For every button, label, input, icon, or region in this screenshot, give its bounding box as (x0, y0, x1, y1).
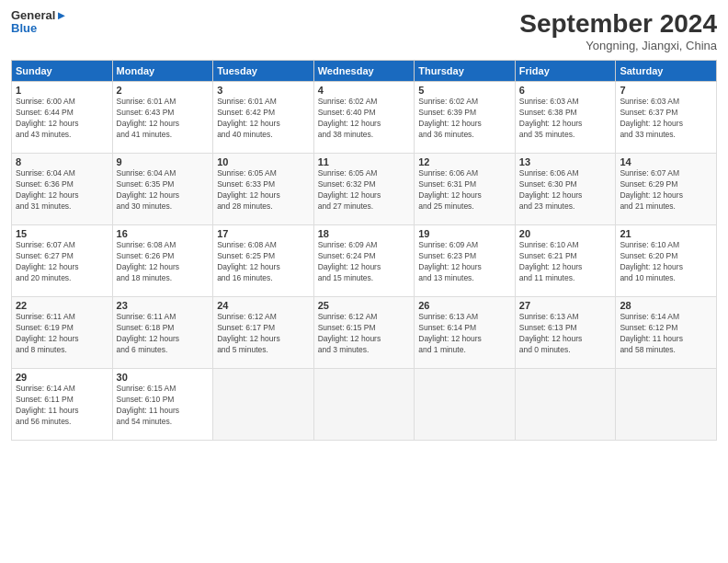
day-number: 20 (519, 228, 612, 239)
week-row-4: 22 Sunrise: 6:11 AMSunset: 6:19 PMDaylig… (12, 297, 717, 369)
day-info: Sunrise: 6:07 AMSunset: 6:27 PMDaylight:… (16, 240, 108, 284)
day-number: 22 (16, 300, 108, 311)
day-info: Sunrise: 6:01 AMSunset: 6:43 PMDaylight:… (117, 97, 210, 141)
day-number: 23 (117, 300, 210, 311)
day-cell-30: 30 Sunrise: 6:15 AMSunset: 6:10 PMDaylig… (112, 369, 213, 441)
day-cell-27: 27 Sunrise: 6:13 AMSunset: 6:13 PMDaylig… (515, 297, 616, 369)
column-header-friday: Friday (515, 61, 616, 82)
day-cell-23: 23 Sunrise: 6:11 AMSunset: 6:18 PMDaylig… (112, 297, 213, 369)
location: Yongning, Jiangxi, China (519, 39, 717, 52)
day-info: Sunrise: 6:09 AMSunset: 6:24 PMDaylight:… (318, 240, 411, 284)
day-info: Sunrise: 6:04 AMSunset: 6:36 PMDaylight:… (16, 168, 108, 213)
day-cell-18: 18 Sunrise: 6:09 AMSunset: 6:24 PMDaylig… (313, 225, 415, 297)
day-cell-29: 29 Sunrise: 6:14 AMSunset: 6:11 PMDaylig… (12, 369, 113, 441)
day-cell-22: 22 Sunrise: 6:11 AMSunset: 6:19 PMDaylig… (12, 297, 113, 369)
day-info: Sunrise: 6:01 AMSunset: 6:42 PMDaylight:… (217, 97, 310, 141)
column-header-tuesday: Tuesday (213, 61, 314, 82)
day-number: 9 (117, 156, 210, 167)
day-info: Sunrise: 6:03 AMSunset: 6:38 PMDaylight:… (519, 97, 612, 141)
day-number: 26 (418, 300, 511, 311)
day-cell-28: 28 Sunrise: 6:14 AMSunset: 6:12 PMDaylig… (616, 297, 717, 369)
day-info: Sunrise: 6:03 AMSunset: 6:37 PMDaylight:… (620, 97, 712, 141)
day-cell-14: 14 Sunrise: 6:07 AMSunset: 6:29 PMDaylig… (616, 154, 717, 225)
day-info: Sunrise: 6:10 AMSunset: 6:21 PMDaylight:… (519, 240, 612, 284)
day-number: 7 (620, 85, 712, 96)
day-info: Sunrise: 6:13 AMSunset: 6:13 PMDaylight:… (519, 312, 612, 356)
day-info: Sunrise: 6:00 AMSunset: 6:44 PMDaylight:… (16, 97, 108, 141)
day-cell-2: 2 Sunrise: 6:01 AMSunset: 6:43 PMDayligh… (112, 82, 213, 154)
day-cell-26: 26 Sunrise: 6:13 AMSunset: 6:14 PMDaylig… (415, 297, 516, 369)
day-cell-3: 3 Sunrise: 6:01 AMSunset: 6:42 PMDayligh… (213, 82, 314, 154)
day-number: 29 (16, 372, 108, 383)
day-info: Sunrise: 6:04 AMSunset: 6:35 PMDaylight:… (117, 168, 210, 213)
day-number: 2 (117, 85, 210, 96)
title-block: September 2024 Yongning, Jiangxi, China (519, 9, 717, 52)
day-info: Sunrise: 6:06 AMSunset: 6:30 PMDaylight:… (519, 168, 612, 213)
day-number: 21 (620, 228, 712, 239)
day-info: Sunrise: 6:02 AMSunset: 6:40 PMDaylight:… (318, 97, 411, 141)
header-row: SundayMondayTuesdayWednesdayThursdayFrid… (12, 61, 717, 82)
day-info: Sunrise: 6:02 AMSunset: 6:39 PMDaylight:… (418, 97, 511, 141)
empty-cell (616, 369, 717, 441)
week-row-2: 8 Sunrise: 6:04 AMSunset: 6:36 PMDayligh… (12, 154, 717, 225)
day-info: Sunrise: 6:11 AMSunset: 6:19 PMDaylight:… (16, 312, 108, 356)
day-cell-19: 19 Sunrise: 6:09 AMSunset: 6:23 PMDaylig… (415, 225, 516, 297)
day-info: Sunrise: 6:08 AMSunset: 6:26 PMDaylight:… (117, 240, 210, 284)
day-number: 16 (117, 228, 210, 239)
calendar-table: SundayMondayTuesdayWednesdayThursdayFrid… (11, 60, 717, 441)
day-number: 6 (519, 85, 612, 96)
day-number: 13 (519, 156, 612, 167)
day-number: 17 (217, 228, 310, 239)
column-header-monday: Monday (112, 61, 213, 82)
column-header-wednesday: Wednesday (313, 61, 415, 82)
week-row-5: 29 Sunrise: 6:14 AMSunset: 6:11 PMDaylig… (12, 369, 717, 441)
day-number: 27 (519, 300, 612, 311)
day-number: 30 (117, 372, 210, 383)
day-cell-25: 25 Sunrise: 6:12 AMSunset: 6:15 PMDaylig… (313, 297, 415, 369)
day-cell-1: 1 Sunrise: 6:00 AMSunset: 6:44 PMDayligh… (12, 82, 113, 154)
day-cell-17: 17 Sunrise: 6:08 AMSunset: 6:25 PMDaylig… (213, 225, 314, 297)
day-number: 19 (418, 228, 511, 239)
day-cell-6: 6 Sunrise: 6:03 AMSunset: 6:38 PMDayligh… (515, 82, 616, 154)
day-info: Sunrise: 6:05 AMSunset: 6:33 PMDaylight:… (217, 168, 310, 213)
page-container: General► Blue September 2024 Yongning, J… (0, 0, 728, 448)
day-cell-8: 8 Sunrise: 6:04 AMSunset: 6:36 PMDayligh… (12, 154, 113, 225)
day-info: Sunrise: 6:12 AMSunset: 6:15 PMDaylight:… (318, 312, 411, 356)
day-cell-4: 4 Sunrise: 6:02 AMSunset: 6:40 PMDayligh… (313, 82, 415, 154)
day-number: 11 (318, 156, 411, 167)
day-cell-11: 11 Sunrise: 6:05 AMSunset: 6:32 PMDaylig… (313, 154, 415, 225)
day-cell-10: 10 Sunrise: 6:05 AMSunset: 6:33 PMDaylig… (213, 154, 314, 225)
day-cell-13: 13 Sunrise: 6:06 AMSunset: 6:30 PMDaylig… (515, 154, 616, 225)
header: General► Blue September 2024 Yongning, J… (11, 9, 717, 52)
day-info: Sunrise: 6:12 AMSunset: 6:17 PMDaylight:… (217, 312, 310, 356)
week-row-1: 1 Sunrise: 6:00 AMSunset: 6:44 PMDayligh… (12, 82, 717, 154)
empty-cell (415, 369, 516, 441)
day-cell-15: 15 Sunrise: 6:07 AMSunset: 6:27 PMDaylig… (12, 225, 113, 297)
day-info: Sunrise: 6:09 AMSunset: 6:23 PMDaylight:… (418, 240, 511, 284)
day-cell-20: 20 Sunrise: 6:10 AMSunset: 6:21 PMDaylig… (515, 225, 616, 297)
day-number: 10 (217, 156, 310, 167)
day-cell-21: 21 Sunrise: 6:10 AMSunset: 6:20 PMDaylig… (616, 225, 717, 297)
day-info: Sunrise: 6:05 AMSunset: 6:32 PMDaylight:… (318, 168, 411, 213)
day-cell-12: 12 Sunrise: 6:06 AMSunset: 6:31 PMDaylig… (415, 154, 516, 225)
day-number: 5 (418, 85, 511, 96)
day-number: 15 (16, 228, 108, 239)
column-header-saturday: Saturday (616, 61, 717, 82)
day-info: Sunrise: 6:14 AMSunset: 6:12 PMDaylight:… (620, 312, 712, 356)
empty-cell (313, 369, 415, 441)
day-info: Sunrise: 6:10 AMSunset: 6:20 PMDaylight:… (620, 240, 712, 284)
empty-cell (213, 369, 314, 441)
day-info: Sunrise: 6:08 AMSunset: 6:25 PMDaylight:… (217, 240, 310, 284)
day-cell-16: 16 Sunrise: 6:08 AMSunset: 6:26 PMDaylig… (112, 225, 213, 297)
day-cell-5: 5 Sunrise: 6:02 AMSunset: 6:39 PMDayligh… (415, 82, 516, 154)
day-info: Sunrise: 6:15 AMSunset: 6:10 PMDaylight:… (117, 384, 210, 428)
day-number: 24 (217, 300, 310, 311)
column-header-thursday: Thursday (415, 61, 516, 82)
logo: General► Blue (11, 9, 67, 36)
day-cell-7: 7 Sunrise: 6:03 AMSunset: 6:37 PMDayligh… (616, 82, 717, 154)
day-cell-9: 9 Sunrise: 6:04 AMSunset: 6:35 PMDayligh… (112, 154, 213, 225)
day-info: Sunrise: 6:06 AMSunset: 6:31 PMDaylight:… (418, 168, 511, 213)
day-number: 4 (318, 85, 411, 96)
day-number: 1 (16, 85, 108, 96)
day-number: 14 (620, 156, 712, 167)
